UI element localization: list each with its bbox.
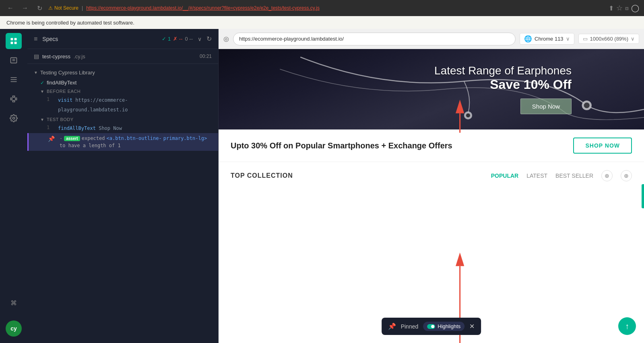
hero-shop-now-button[interactable]: Shop Now xyxy=(520,99,572,114)
assert-line[interactable]: 📌 - assert expected <a.btn.btn-outline- … xyxy=(27,133,218,151)
shop-now-arg: Shop Now xyxy=(99,125,122,131)
toggle-dot xyxy=(427,324,435,329)
status-fail: ✗ -- xyxy=(173,36,182,42)
svg-point-10 xyxy=(13,117,15,119)
code-line-3: 1 findAllByText Shop Now xyxy=(27,123,218,133)
test-body-section-header: ▼ TEST BODY xyxy=(27,115,218,123)
tab-popular[interactable]: POPULAR xyxy=(491,173,518,179)
back-button[interactable]: ← xyxy=(5,2,16,14)
ecommerce-content: Latest Range of Earphones Save 10% Off S… xyxy=(219,49,644,343)
hero-banner: Latest Range of Earphones Save 10% Off S… xyxy=(219,49,644,129)
browser-viewport-bar: ◎ https://ecommerce-playground.lambdates… xyxy=(219,29,644,49)
not-secure-label: Not Secure xyxy=(54,5,78,11)
sidebar-settings-button[interactable] xyxy=(6,110,22,126)
promo-section: Upto 30% Off on Popular Smartphones + Ex… xyxy=(219,129,644,162)
extension-icon[interactable]: ⧈ xyxy=(625,5,629,12)
sidebar-runs-button[interactable] xyxy=(6,52,22,68)
sidebar-plugins-button[interactable] xyxy=(6,91,22,107)
assert-selector-text: <a.btn.btn-outline- xyxy=(107,136,162,141)
assert-selector-text2: primary.btn-lg> xyxy=(163,136,207,141)
code-url-line2: playground.lambdatest.io xyxy=(58,106,128,113)
hero-text-area: Latest Range of Earphones Save 10% Off S… xyxy=(434,64,572,114)
tab-prev-button[interactable]: ⊕ xyxy=(601,170,613,181)
vp-size-label[interactable]: ▭ 1000x660 (89%) ∨ xyxy=(578,34,639,44)
status-pass: ✓ 1 xyxy=(162,36,171,42)
assert-badge: assert xyxy=(64,136,80,141)
highlight-toggle[interactable]: Highlights xyxy=(423,322,464,331)
hero-title: Latest Range of Earphones xyxy=(434,64,572,77)
pin-icon: 📌 xyxy=(48,136,55,142)
before-each-header: ▼ BEFORE EACH xyxy=(27,87,218,95)
size-chevron-icon: ∨ xyxy=(631,36,635,42)
file-ext: .cy.js xyxy=(74,53,85,60)
svg-rect-2 xyxy=(11,42,13,44)
warning-icon: ⚠ xyxy=(48,5,53,11)
automated-banner-text: Chrome is being controlled by automated … xyxy=(6,20,134,26)
code-url-text: https://ecommerce- xyxy=(75,97,128,103)
promo-shop-now-button[interactable]: SHOP NOW xyxy=(573,138,632,154)
code-line-2: playground.lambdatest.io xyxy=(27,105,218,115)
scroll-to-top-button[interactable]: ↑ xyxy=(618,317,636,335)
collection-header: TOP COLLECTION POPULAR LATEST BEST SELLE… xyxy=(231,170,632,181)
test-panel: ≡ Specs ✓ 1 ✗ -- 0 -- ∨ ↻ ▤ test-cypress… xyxy=(27,29,219,343)
collection-section: TOP COLLECTION POPULAR LATEST BEST SELLE… xyxy=(219,162,644,189)
before-each-chevron-icon: ▼ xyxy=(40,89,44,94)
refresh-button[interactable]: ↻ xyxy=(34,2,45,14)
find-all-keyword: findAllByText xyxy=(58,125,96,131)
tab-best-seller[interactable]: BEST SELLER xyxy=(555,173,593,179)
scroll-top-icon: ↑ xyxy=(625,322,629,331)
test-item[interactable]: ✓ findAllByText xyxy=(27,78,218,87)
pinned-close-button[interactable]: ✕ xyxy=(469,322,475,330)
tab-next-button[interactable]: ⊕ xyxy=(621,170,632,181)
before-each-label: BEFORE EACH xyxy=(47,89,80,94)
file-icon: ▤ xyxy=(34,53,39,60)
collection-tabs: POPULAR LATEST BEST SELLER ⊕ ⊕ xyxy=(491,170,632,181)
share-icon[interactable]: ⬆ xyxy=(609,4,614,12)
svg-rect-0 xyxy=(11,38,13,41)
pinned-label: Pinned xyxy=(401,323,419,330)
test-panel-header: ≡ Specs ✓ 1 ✗ -- 0 -- ∨ ↻ xyxy=(27,29,218,49)
main-layout: ⌘ cy ≡ Specs ✓ 1 ✗ -- 0 -- ∨ ↻ ▤ test-cy… xyxy=(0,29,644,343)
hero-subtitle: Save 10% Off xyxy=(434,77,572,92)
automated-banner: Chrome is being controlled by automated … xyxy=(0,16,644,29)
suite-name: Testing Cypress Library xyxy=(40,70,95,76)
sidebar-cmd-button[interactable]: ⌘ xyxy=(6,295,22,311)
screen-icon: ▭ xyxy=(583,36,588,42)
forward-button[interactable]: → xyxy=(19,2,31,14)
sidebar-home-button[interactable] xyxy=(6,33,22,49)
code-keyword-visit: visit xyxy=(58,97,72,103)
refresh-tests-button[interactable]: ↻ xyxy=(206,35,212,43)
test-file-header[interactable]: ▤ test-cypress .cy.js 00:21 xyxy=(27,49,218,64)
highlight-label: Highlights xyxy=(438,323,460,329)
browser-chevron-icon: ∨ xyxy=(566,36,570,42)
sidebar-icons: ⌘ cy xyxy=(0,29,27,343)
specs-title: Specs xyxy=(42,36,157,42)
test-name: findAllByText xyxy=(47,80,76,86)
security-badge: ⚠ Not Secure | https://ecommerce-playgro… xyxy=(48,5,320,11)
code-line-1: 1 visit https://ecommerce- xyxy=(27,95,218,105)
vp-url-bar[interactable]: https://ecommerce-playground.lambdatest.… xyxy=(233,33,516,45)
vp-globe-icon: ◎ xyxy=(223,35,229,43)
test-body-chevron-icon: ▼ xyxy=(40,117,44,122)
right-panel-indicator xyxy=(642,184,644,208)
url-display: https://ecommerce-playground.lambdatest.… xyxy=(86,5,320,11)
profile-icon[interactable]: ◯ xyxy=(631,4,639,12)
chrome-icon: 🌐 xyxy=(524,35,532,43)
vp-url-text: https://ecommerce-playground.lambdatest.… xyxy=(239,36,344,42)
test-status-bar: ✓ 1 ✗ -- 0 -- xyxy=(162,36,193,42)
sidebar-list-button[interactable] xyxy=(6,72,22,88)
vp-browser-label[interactable]: 🌐 Chrome 113 ∨ xyxy=(520,33,574,45)
collection-title: TOP COLLECTION xyxy=(231,172,293,179)
suite-header[interactable]: ▼ Testing Cypress Library xyxy=(27,67,218,78)
browser-actions: ⬆ ☆ ⧈ ◯ xyxy=(609,4,639,12)
tab-latest[interactable]: LATEST xyxy=(526,173,547,179)
file-time: 00:21 xyxy=(200,53,212,59)
suite-chevron-icon: ▼ xyxy=(34,70,38,75)
star-icon[interactable]: ☆ xyxy=(616,4,623,12)
svg-rect-3 xyxy=(14,42,17,44)
assert-expected-text: expected xyxy=(82,136,105,141)
cy-logo: cy xyxy=(6,320,22,337)
chevron-down-button[interactable]: ∨ xyxy=(198,36,202,42)
pinned-bar: 📌 Pinned Highlights ✕ xyxy=(382,318,481,335)
earphone-svg xyxy=(219,49,644,129)
